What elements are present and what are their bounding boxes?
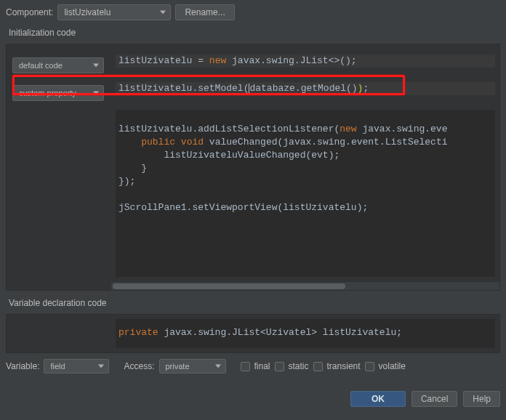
help-button[interactable]: Help (463, 391, 500, 407)
vardecl-panel: private javax.swing.JList<Uzivatel> list… (6, 314, 500, 353)
static-label: static (289, 361, 309, 371)
codegen-mode-select-1-value: default code (19, 61, 63, 70)
chevron-down-icon (160, 11, 166, 15)
help-button-label: Help (473, 394, 491, 404)
codegen-mode-select-1[interactable]: default code (12, 57, 104, 73)
ok-button[interactable]: OK (350, 391, 406, 407)
transient-checkbox[interactable] (313, 362, 323, 371)
cancel-button[interactable]: Cancel (411, 391, 457, 407)
code-block-readonly: listUzivatelu.addListSelectionListener(n… (116, 110, 495, 277)
final-label: final (254, 361, 270, 371)
code-line-1: listUzivatelu = new javax.swing.JList<>(… (116, 54, 495, 68)
component-label: Component: (6, 7, 53, 17)
final-checkbox[interactable] (241, 362, 250, 371)
codegen-mode-select-2-value: custom property (19, 89, 76, 97)
volatile-label: volatile (379, 361, 406, 371)
code-line-2[interactable]: listUzivatelu.setModel(databaze.getModel… (116, 82, 495, 95)
cancel-button-label: Cancel (421, 394, 448, 404)
rename-button[interactable]: Rename... (175, 4, 234, 20)
static-checkbox[interactable] (275, 362, 284, 371)
volatile-checkbox[interactable] (365, 362, 374, 371)
ok-button-label: OK (372, 394, 385, 404)
component-select-value: listUzivatelu (64, 7, 111, 17)
vardecl-code: private javax.swing.JList<Uzivatel> list… (116, 319, 495, 348)
access-label: Access: (124, 361, 154, 371)
chevron-down-icon (98, 365, 104, 368)
horizontal-scrollbar[interactable] (111, 281, 499, 290)
initialization-panel: default code listUzivatelu = new javax.s… (6, 44, 500, 291)
variable-label: Variable: (6, 361, 39, 371)
codegen-mode-select-2[interactable]: custom property (12, 85, 104, 101)
rename-button-label: Rename... (185, 7, 225, 17)
initialization-title: Initialization code (6, 28, 500, 38)
access-select-value: private (166, 362, 190, 371)
access-select[interactable]: private (159, 359, 226, 373)
chevron-down-icon (93, 92, 99, 95)
transient-label: transient (327, 361, 361, 371)
variable-select-value: field (50, 362, 65, 371)
chevron-down-icon (215, 365, 221, 368)
chevron-down-icon (93, 64, 99, 68)
scrollbar-thumb[interactable] (113, 283, 345, 289)
component-select[interactable]: listUzivatelu (57, 4, 171, 20)
vardecl-title: Variable declaration code (6, 298, 500, 308)
variable-select[interactable]: field (44, 359, 109, 373)
